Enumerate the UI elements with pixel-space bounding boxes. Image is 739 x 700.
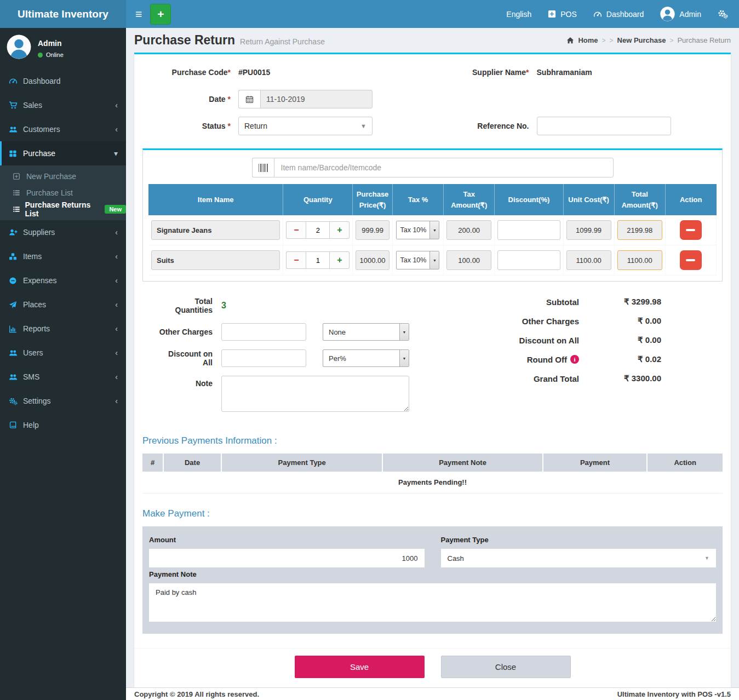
sidebar-item-settings[interactable]: Settings ‹ — [0, 389, 126, 413]
breadcrumb-home[interactable]: Home — [578, 36, 598, 44]
payment-type-select[interactable]: Cash ▼ — [441, 549, 717, 567]
sidebar-item-purchase-list[interactable]: Purchase List — [0, 185, 126, 201]
purchase-price-field — [356, 220, 389, 240]
reference-label: Reference No. — [433, 122, 537, 130]
sidebar-item-customers[interactable]: Customers ‹ — [0, 117, 126, 141]
item-name-field — [151, 250, 280, 270]
caret-down-icon: ▼ — [360, 123, 366, 129]
info-icon[interactable]: i — [570, 355, 579, 364]
avatar — [660, 7, 675, 21]
previous-payments-table: # Date Payment Type Payment Note Payment… — [142, 454, 723, 494]
total-quantities-label: Total Quantities — [157, 297, 221, 314]
sidebar-item-places[interactable]: Places ‹ — [0, 292, 126, 317]
breadcrumb-current: Purchase Return — [677, 36, 731, 44]
chevron-left-icon: ‹ — [115, 372, 118, 381]
user-plus-icon — [9, 228, 18, 237]
dashboard-link[interactable]: Dashboard — [593, 10, 644, 19]
qty-field[interactable] — [306, 221, 330, 239]
save-button[interactable]: Save — [295, 656, 425, 678]
tax-select[interactable]: Tax 10% ▼ — [396, 221, 439, 239]
sidebar-item-expenses[interactable]: Expenses ‹ — [0, 268, 126, 292]
chevron-left-icon: ‹ — [115, 228, 118, 237]
quick-add-button[interactable]: + — [150, 4, 171, 25]
other-charges-type-select[interactable]: None ▼ — [323, 323, 409, 341]
chevron-left-icon: ‹ — [115, 300, 118, 309]
tax-amount-field — [446, 250, 491, 270]
subtotal-value: ₹ 3299.98 — [579, 297, 661, 307]
unit-cost-field — [566, 250, 611, 270]
col-unit-cost: Unit Cost(₹) — [563, 184, 614, 215]
remove-item-button[interactable] — [680, 220, 702, 240]
discount-field[interactable] — [497, 250, 560, 270]
actions-bar: Save Close — [134, 648, 731, 687]
qty-increase-button[interactable]: + — [330, 221, 350, 239]
col-payment: Payment — [543, 454, 648, 472]
sidebar-toggle-icon[interactable]: ≡ — [126, 0, 150, 28]
sidebar-item-sales[interactable]: Sales ‹ — [0, 93, 126, 117]
breadcrumb-separator: > — [602, 37, 606, 44]
version-text: Ultimate Inventory with POS -v1.5 — [617, 690, 731, 698]
app-logo[interactable]: Ultimate Inventory — [0, 0, 126, 28]
qty-decrease-button[interactable]: − — [286, 251, 306, 269]
discount-type-select[interactable]: Per% ▼ — [323, 349, 409, 367]
sidebar-item-new-purchase[interactable]: New Purchase — [0, 168, 126, 185]
item-search-input[interactable] — [274, 158, 614, 177]
cart-icon — [9, 101, 18, 110]
chevron-left-icon: ‹ — [115, 125, 118, 134]
topbar: Ultimate Inventory ≡ + English POS Dashb… — [0, 0, 739, 28]
payment-note-field[interactable]: Paid by cash — [149, 583, 716, 622]
sidebar-item-suppliers[interactable]: Suppliers ‹ — [0, 220, 126, 244]
col-item-name: Item Name — [148, 184, 283, 215]
qty-field[interactable] — [306, 251, 330, 269]
discount-on-all-field[interactable] — [221, 349, 306, 367]
col-tax: Tax % — [392, 184, 443, 215]
language-menu[interactable]: English — [506, 10, 531, 19]
tax-select[interactable]: Tax 10% ▼ — [396, 251, 439, 269]
close-button[interactable]: Close — [441, 656, 571, 678]
other-charges-field[interactable] — [221, 323, 306, 341]
discount-field[interactable] — [497, 220, 560, 240]
caret-down-icon: ▼ — [399, 350, 409, 366]
make-payment-panel: Amount Payment Type Cash ▼ — [142, 526, 723, 634]
date-field[interactable] — [260, 90, 373, 108]
caret-down-icon: ▼ — [429, 221, 439, 239]
page-footer: Copyright © 2019 All rights reserved. Ul… — [126, 687, 739, 700]
pos-link[interactable]: POS — [548, 10, 577, 19]
sidebar-item-help[interactable]: Help — [0, 413, 126, 437]
chevron-left-icon: ‹ — [115, 276, 118, 285]
required-marker: * — [228, 95, 231, 104]
tax-amount-field — [446, 220, 491, 240]
sidebar-item-dashboard[interactable]: Dashboard — [0, 69, 126, 93]
qty-increase-button[interactable]: + — [330, 251, 350, 269]
sidebar-item-users[interactable]: Users ‹ — [0, 341, 126, 365]
status-select[interactable]: Return ▼ — [238, 117, 373, 135]
users-icon — [9, 348, 18, 357]
avatar — [7, 35, 31, 59]
items-table: Item Name Quantity Purchase Price(₹) Tax… — [148, 184, 717, 276]
minus-icon — [686, 229, 695, 231]
breadcrumb-parent[interactable]: New Purchase — [617, 36, 666, 44]
caret-down-icon: ▼ — [429, 251, 439, 269]
remove-item-button[interactable] — [680, 250, 702, 270]
discount-total-label: Discount on All — [519, 336, 579, 345]
sidebar-item-sms[interactable]: SMS ‹ — [0, 365, 126, 389]
amount-field[interactable] — [149, 549, 425, 567]
settings-menu[interactable] — [718, 9, 728, 19]
col-action: Action — [665, 184, 716, 215]
gears-icon — [9, 397, 18, 405]
sidebar-item-reports[interactable]: Reports ‹ — [0, 317, 126, 341]
col-payment-note: Payment Note — [382, 454, 542, 472]
sidebar-item-purchase-returns-list[interactable]: Purchase Returns List New — [0, 201, 126, 217]
sidebar-user-status: Online — [38, 51, 64, 58]
user-menu[interactable]: Admin — [660, 7, 701, 21]
supplier-value: Subhramaniam — [537, 68, 592, 77]
paper-plane-icon — [9, 301, 17, 309]
sidebar-item-purchase[interactable]: Purchase ▾ — [0, 141, 126, 165]
summary-row: Subtotal ₹ 3299.98 — [467, 297, 661, 307]
discount-on-all-label: Discount on All — [157, 349, 221, 367]
note-field[interactable] — [221, 376, 409, 412]
sidebar-item-items[interactable]: Items ‹ — [0, 244, 126, 268]
reference-field[interactable] — [537, 117, 671, 135]
qty-decrease-button[interactable]: − — [286, 221, 306, 239]
page-title: Purchase Return — [134, 33, 235, 48]
